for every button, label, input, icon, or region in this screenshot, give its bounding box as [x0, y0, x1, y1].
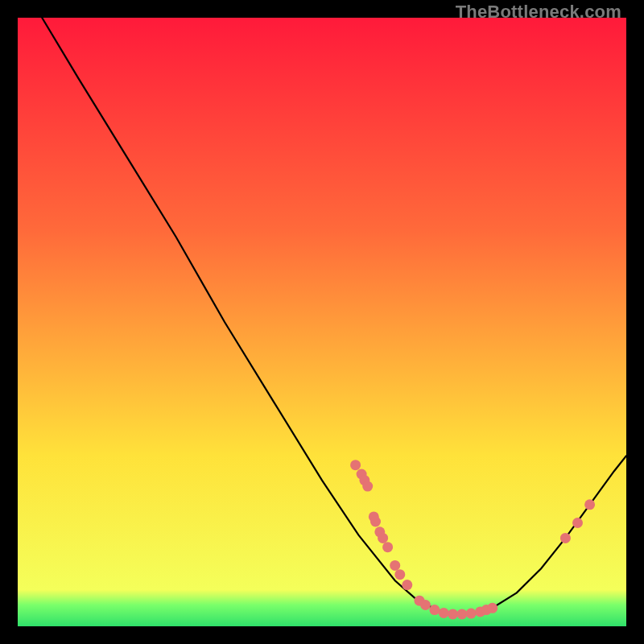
watermark-text: TheBottleneck.com	[456, 2, 621, 23]
data-point	[362, 481, 373, 492]
data-point	[584, 499, 595, 510]
data-point	[378, 533, 388, 543]
data-point	[456, 609, 467, 619]
data-point	[560, 533, 571, 543]
data-point	[487, 603, 497, 613]
data-point	[572, 518, 583, 528]
gradient-background	[18, 18, 626, 626]
chart-svg	[18, 18, 626, 626]
data-point	[420, 600, 431, 610]
data-point	[466, 609, 477, 619]
chart-frame	[18, 18, 626, 626]
data-point	[448, 609, 458, 619]
data-point	[402, 580, 412, 590]
data-point	[370, 517, 381, 527]
data-point	[350, 460, 361, 470]
data-point	[390, 560, 400, 571]
data-point	[439, 608, 449, 618]
data-point	[394, 569, 405, 580]
data-point	[382, 542, 393, 552]
data-point	[429, 605, 440, 615]
